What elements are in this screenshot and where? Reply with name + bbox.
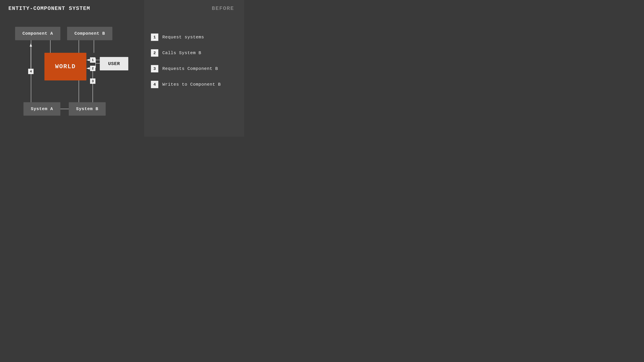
- right-panel: BEFORE 1Request systems2Calls System B3R…: [144, 0, 244, 137]
- legend-badge: 1: [151, 33, 158, 41]
- system-a-box: System A: [24, 102, 60, 116]
- system-b-box: System B: [69, 102, 106, 116]
- legend: 1Request systems2Calls System B3Requests…: [151, 33, 236, 96]
- legend-item: 3Requests Component B: [151, 65, 236, 72]
- legend-item: 2Calls System B: [151, 49, 236, 57]
- legend-text: Request systems: [162, 35, 204, 40]
- diagram: Component A Component B WORLD USER Syste…: [7, 20, 139, 129]
- user-box: USER: [100, 57, 128, 70]
- legend-item: 1Request systems: [151, 33, 236, 41]
- legend-text: Writes to Component B: [162, 82, 221, 87]
- badge-1: 1: [90, 57, 96, 63]
- before-label: BEFORE: [212, 5, 234, 11]
- badge-3: 3: [90, 78, 96, 84]
- legend-text: Requests Component B: [162, 66, 218, 71]
- component-a-box: Component A: [15, 27, 60, 40]
- left-panel: ENTITY-COMPONENT SYSTEM: [0, 0, 144, 137]
- legend-text: Calls System B: [162, 50, 201, 55]
- badge-4: 4: [28, 69, 34, 74]
- world-box: WORLD: [44, 53, 86, 80]
- legend-badge: 2: [151, 49, 158, 57]
- page-title: ENTITY-COMPONENT SYSTEM: [8, 5, 90, 11]
- legend-item: 4Writes to Component B: [151, 81, 236, 88]
- legend-badge: 3: [151, 65, 158, 72]
- component-b-box: Component B: [67, 27, 112, 40]
- badge-2: 2: [90, 66, 96, 71]
- legend-badge: 4: [151, 81, 158, 88]
